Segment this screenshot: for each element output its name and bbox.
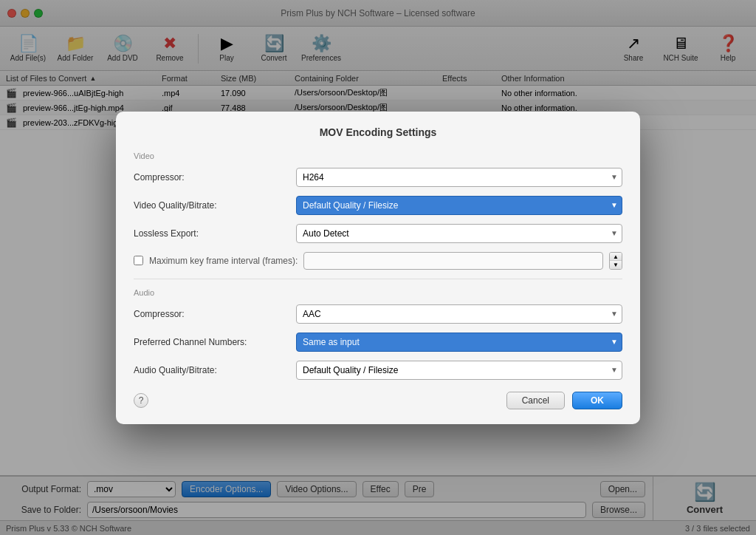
cancel-button[interactable]: Cancel xyxy=(506,392,565,409)
keyframe-input[interactable] xyxy=(303,252,603,270)
lossless-select[interactable]: Auto Detect Yes No xyxy=(296,224,622,243)
channels-label: Preferred Channel Numbers: xyxy=(134,337,296,347)
audio-section-label: Audio xyxy=(134,288,622,297)
dialog-footer: ? Cancel OK xyxy=(134,392,622,409)
video-quality-select[interactable]: Default Quality / Filesize High Quality … xyxy=(296,196,622,215)
keyframe-label: Maximum key frame interval (frames): xyxy=(149,256,298,266)
audio-quality-label: Audio Quality/Bitrate: xyxy=(134,365,296,375)
keyframe-checkbox[interactable] xyxy=(134,256,143,265)
audio-quality-select[interactable]: Default Quality / Filesize High Quality … xyxy=(296,361,622,380)
lossless-row: Lossless Export: Auto Detect Yes No ▼ xyxy=(134,224,622,243)
compressor-label: Compressor: xyxy=(134,172,296,183)
lossless-select-wrapper: Auto Detect Yes No ▼ xyxy=(296,224,622,243)
dialog-title: MOV Encoding Settings xyxy=(134,126,622,138)
audio-compressor-label: Compressor: xyxy=(134,309,296,319)
audio-compressor-select[interactable]: AAC MP3 PCM xyxy=(296,304,622,324)
spinner-up-icon[interactable]: ▲ xyxy=(610,253,622,261)
dialog-action-buttons: Cancel OK xyxy=(506,392,622,409)
spinner-down-icon[interactable]: ▼ xyxy=(610,261,622,269)
compressor-select-wrapper: H264 H265 ProRes ▼ xyxy=(296,168,622,187)
channels-select-wrapper: Same as input Mono Stereo ▼ xyxy=(296,333,622,352)
section-divider xyxy=(134,279,622,279)
compressor-row: Compressor: H264 H265 ProRes ▼ xyxy=(134,168,622,187)
dialog-help-button[interactable]: ? xyxy=(134,393,148,408)
keyframe-row: Maximum key frame interval (frames): ▲ ▼ xyxy=(134,252,622,270)
audio-quality-row: Audio Quality/Bitrate: Default Quality /… xyxy=(134,361,622,380)
video-quality-select-wrapper: Default Quality / Filesize High Quality … xyxy=(296,196,622,215)
lossless-label: Lossless Export: xyxy=(134,228,296,239)
ok-button[interactable]: OK xyxy=(572,392,622,409)
audio-compressor-row: Compressor: AAC MP3 PCM ▼ xyxy=(134,304,622,324)
keyframe-spinner[interactable]: ▲ ▼ xyxy=(609,252,622,270)
video-quality-row: Video Quality/Bitrate: Default Quality /… xyxy=(134,196,622,215)
channels-row: Preferred Channel Numbers: Same as input… xyxy=(134,333,622,352)
video-section-label: Video xyxy=(134,151,622,160)
audio-quality-select-wrapper: Default Quality / Filesize High Quality … xyxy=(296,361,622,380)
encoding-settings-dialog: MOV Encoding Settings Video Compressor: … xyxy=(116,112,640,424)
audio-compressor-select-wrapper: AAC MP3 PCM ▼ xyxy=(296,304,622,324)
modal-overlay: MOV Encoding Settings Video Compressor: … xyxy=(0,0,756,535)
compressor-select[interactable]: H264 H265 ProRes xyxy=(296,168,622,187)
channels-select[interactable]: Same as input Mono Stereo xyxy=(296,333,622,352)
video-quality-label: Video Quality/Bitrate: xyxy=(134,200,296,211)
